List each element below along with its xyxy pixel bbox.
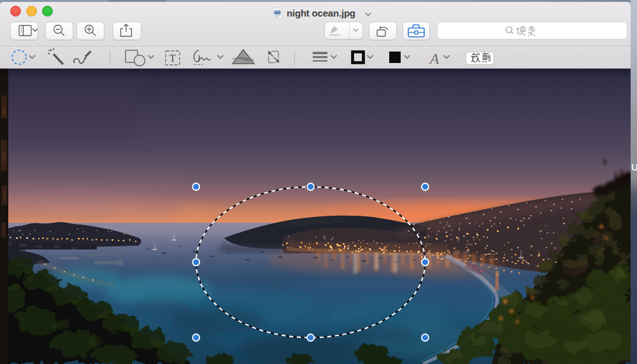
svg-text:T: T <box>169 52 176 64</box>
svg-text:A: A <box>429 50 440 67</box>
